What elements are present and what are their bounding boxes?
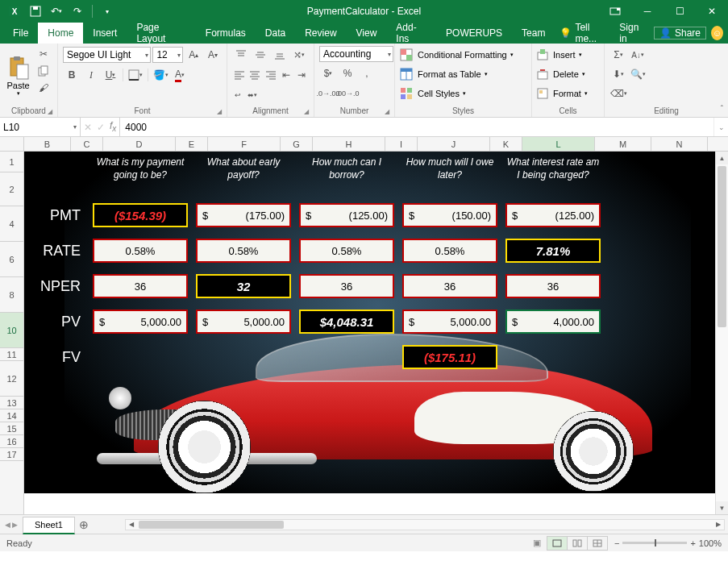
number-dialog-launcher[interactable]: ◢ xyxy=(385,108,389,115)
tab-team[interactable]: Team xyxy=(512,23,555,44)
ribbon-options-button[interactable] xyxy=(599,0,631,23)
page-break-view-button[interactable] xyxy=(587,536,608,551)
number-format-combo[interactable]: Accounting▾ xyxy=(319,46,393,62)
delete-cells-button[interactable]: Delete▾ xyxy=(537,65,599,83)
vertical-scrollbar[interactable]: ▲ ▼ xyxy=(715,152,728,514)
sign-in-button[interactable]: Sign in xyxy=(614,22,649,44)
name-box[interactable]: L10▾ xyxy=(0,118,81,136)
sort-filter-button[interactable]: A↓▾ xyxy=(629,47,647,63)
conditional-formatting-button[interactable]: Conditional Formatting▾ xyxy=(400,46,526,64)
formula-input[interactable]: 4000 xyxy=(120,118,713,136)
format-painter-button[interactable]: 🖌 xyxy=(35,80,52,96)
cell-pv-3[interactable]: $4,048.31 xyxy=(299,310,394,334)
tab-home[interactable]: Home xyxy=(38,23,83,44)
row-header-14[interactable]: 14 xyxy=(0,409,23,422)
tab-page-layout[interactable]: Page Layout xyxy=(127,23,195,44)
cell-nper-5[interactable]: 36 xyxy=(505,274,601,298)
col-header-F[interactable]: F xyxy=(208,137,281,151)
row-header-12[interactable]: 12 xyxy=(0,361,23,397)
align-top-button[interactable] xyxy=(232,47,250,63)
accounting-format-button[interactable]: $▾ xyxy=(319,65,337,81)
zoom-out-button[interactable]: − xyxy=(614,538,619,548)
col-header-M[interactable]: M xyxy=(595,137,651,151)
scroll-down-arrow[interactable]: ▼ xyxy=(716,501,728,514)
macro-record-button[interactable]: ▣ xyxy=(533,538,541,548)
decrease-indent-button[interactable]: ⇤ xyxy=(279,67,293,83)
qat-customize-button[interactable]: ▾ xyxy=(99,3,115,19)
hscroll-left[interactable]: ◀ xyxy=(126,521,137,528)
italic-button[interactable]: I xyxy=(82,67,100,83)
col-header-K[interactable]: K xyxy=(490,137,522,151)
tell-me-button[interactable]: 💡Tell me... xyxy=(555,22,609,44)
col-header-D[interactable]: D xyxy=(103,137,176,151)
row-header-17[interactable]: 17 xyxy=(0,448,23,461)
sheet-nav-next[interactable]: ▶ xyxy=(12,521,18,529)
row-header-8[interactable]: 8 xyxy=(0,277,23,313)
cell-pmt-3[interactable]: $(125.00) xyxy=(299,203,394,227)
hscroll-thumb[interactable] xyxy=(139,521,284,529)
collapse-ribbon-button[interactable]: ˆ xyxy=(721,105,723,114)
col-header-G[interactable]: G xyxy=(281,137,313,151)
col-header-J[interactable]: J xyxy=(418,137,490,151)
tab-addins[interactable]: Add-Ins xyxy=(386,23,436,44)
paste-button[interactable]: Paste ▾ xyxy=(5,46,31,105)
cell-nper-4[interactable]: 36 xyxy=(402,274,497,298)
orientation-button[interactable]: ⤭▾ xyxy=(290,47,308,63)
cell-pmt-5[interactable]: $(125.00) xyxy=(505,203,601,227)
cell-nper-2[interactable]: 32 xyxy=(196,274,291,298)
comma-format-button[interactable]: , xyxy=(358,65,376,81)
cell-rate-2[interactable]: 0.58% xyxy=(196,239,291,263)
col-header-E[interactable]: E xyxy=(176,137,208,151)
cell-pmt-4[interactable]: $(150.00) xyxy=(402,203,497,227)
cell-pmt-2[interactable]: $(175.00) xyxy=(196,203,291,227)
zoom-in-button[interactable]: + xyxy=(690,538,695,548)
col-header-I[interactable]: I xyxy=(385,137,418,151)
align-center-button[interactable] xyxy=(248,67,261,83)
col-header-L[interactable]: L xyxy=(522,137,595,151)
sheet-nav-prev[interactable]: ◀ xyxy=(5,521,10,529)
zoom-level[interactable]: 100% xyxy=(699,538,722,548)
autosum-button[interactable]: Σ▾ xyxy=(609,47,627,63)
font-size-combo[interactable]: 12▾ xyxy=(152,47,183,63)
qat-save-button[interactable] xyxy=(27,3,44,19)
cell-pv-5-selected[interactable]: $4,000.00 xyxy=(505,310,601,334)
hscroll-right[interactable]: ▶ xyxy=(713,521,724,528)
tab-review[interactable]: Review xyxy=(295,23,346,44)
clear-button[interactable]: ⌫▾ xyxy=(609,85,627,102)
tab-data[interactable]: Data xyxy=(256,23,295,44)
col-header-N[interactable]: N xyxy=(651,137,708,151)
cell-pv-2[interactable]: $5,000.00 xyxy=(196,310,291,334)
format-as-table-button[interactable]: Format as Table▾ xyxy=(400,65,526,83)
row-header-13[interactable]: 13 xyxy=(0,397,23,409)
vscroll-thumb[interactable] xyxy=(718,166,726,327)
cell-rate-3[interactable]: 0.58% xyxy=(299,239,394,263)
share-button[interactable]: 👤Share xyxy=(654,27,706,39)
fill-color-button[interactable]: 🪣▾ xyxy=(152,67,169,83)
zoom-slider[interactable] xyxy=(622,542,687,544)
minimize-button[interactable]: ─ xyxy=(631,0,664,23)
clipboard-dialog-launcher[interactable]: ◢ xyxy=(48,108,52,115)
tab-insert[interactable]: Insert xyxy=(83,23,127,44)
bold-button[interactable]: B xyxy=(63,67,81,83)
alignment-dialog-launcher[interactable]: ◢ xyxy=(304,108,309,115)
cell-rate-4[interactable]: 0.58% xyxy=(402,239,497,263)
percent-format-button[interactable]: % xyxy=(339,65,356,81)
tab-formulas[interactable]: Formulas xyxy=(196,23,256,44)
cell-rate-1[interactable]: 0.58% xyxy=(93,239,188,263)
col-header-H[interactable]: H xyxy=(313,137,385,151)
cut-button[interactable]: ✂ xyxy=(35,46,52,62)
horizontal-scrollbar[interactable]: ◀ ▶ xyxy=(125,519,725,530)
insert-cells-button[interactable]: Insert▾ xyxy=(537,46,599,64)
col-header-B[interactable]: B xyxy=(24,137,71,151)
row-header-1[interactable]: 1 xyxy=(0,152,23,172)
increase-indent-button[interactable]: ⇥ xyxy=(295,67,309,83)
cell-fv-4[interactable]: ($175.11) xyxy=(402,345,497,369)
sheet-tab-sheet1[interactable]: Sheet1 xyxy=(23,517,75,534)
qat-redo-button[interactable]: ↷ xyxy=(69,3,85,19)
cell-pv-1[interactable]: $5,000.00 xyxy=(93,310,188,334)
enter-formula-button[interactable]: ✓ xyxy=(97,122,105,133)
col-header-C[interactable]: C xyxy=(71,137,103,151)
align-bottom-button[interactable] xyxy=(271,47,289,63)
new-sheet-button[interactable]: ⊕ xyxy=(75,516,93,534)
cell-nper-3[interactable]: 36 xyxy=(299,274,394,298)
